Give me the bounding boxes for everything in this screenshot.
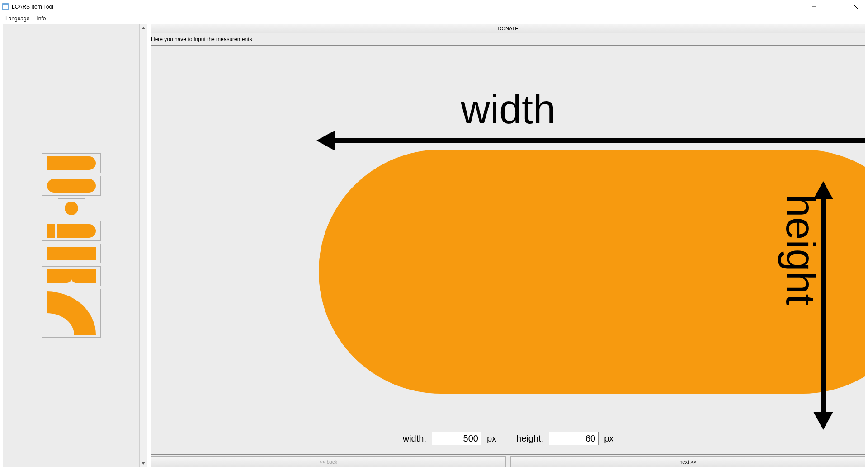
- measurement-inputs: width: px height: px: [151, 432, 865, 445]
- shape-half-pill[interactable]: [42, 153, 101, 173]
- height-unit: px: [604, 433, 613, 444]
- sidebar-scrollbar[interactable]: [139, 24, 147, 467]
- shape-tabbed-rect[interactable]: [42, 266, 101, 286]
- height-input[interactable]: [549, 432, 599, 445]
- shape-circle[interactable]: [58, 198, 85, 218]
- shape-slider-pill[interactable]: [42, 221, 101, 241]
- shape-elbow[interactable]: [42, 289, 101, 338]
- scroll-down-icon[interactable]: [140, 459, 147, 467]
- minimize-button[interactable]: [804, 0, 825, 14]
- svg-rect-8: [47, 224, 55, 238]
- donate-button[interactable]: DONATE: [151, 24, 865, 33]
- menu-info[interactable]: Info: [33, 14, 49, 23]
- height-input-label: height:: [516, 433, 543, 444]
- width-arrow-icon: [316, 131, 865, 150]
- shape-palette: [3, 24, 147, 467]
- shape-rectangle[interactable]: [42, 244, 101, 263]
- svg-rect-9: [47, 247, 96, 260]
- next-button[interactable]: next >>: [510, 456, 865, 467]
- maximize-button[interactable]: [825, 0, 845, 14]
- close-button[interactable]: [845, 0, 866, 14]
- width-dimension-label: width: [461, 86, 556, 133]
- svg-rect-1: [3, 5, 8, 9]
- width-input-label: width:: [403, 433, 426, 444]
- titlebar: LCARS Item Tool: [0, 0, 868, 14]
- height-dimension-label: height: [777, 194, 824, 305]
- svg-point-7: [65, 202, 78, 215]
- back-button[interactable]: << back: [151, 456, 506, 467]
- app-icon: [2, 3, 9, 10]
- canvas: width height width: px: [151, 45, 865, 455]
- menu-language[interactable]: Language: [2, 14, 33, 23]
- width-input[interactable]: [432, 432, 481, 445]
- scroll-track[interactable]: [140, 32, 147, 459]
- menubar: Language Info: [0, 14, 868, 24]
- svg-rect-6: [47, 179, 96, 193]
- window-title: LCARS Item Tool: [12, 4, 53, 10]
- instruction-text: Here you have to input the measurements: [151, 35, 865, 43]
- shape-pill[interactable]: [42, 176, 101, 196]
- scroll-up-icon[interactable]: [140, 24, 147, 32]
- svg-rect-3: [833, 5, 837, 9]
- width-unit: px: [487, 433, 496, 444]
